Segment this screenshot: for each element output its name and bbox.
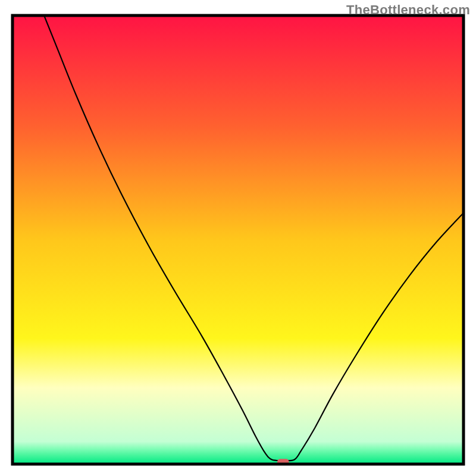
chart-container: TheBottleneck.com <box>0 0 476 476</box>
plot-background <box>12 15 464 464</box>
watermark-text: TheBottleneck.com <box>346 2 470 18</box>
bottleneck-chart <box>0 0 476 476</box>
